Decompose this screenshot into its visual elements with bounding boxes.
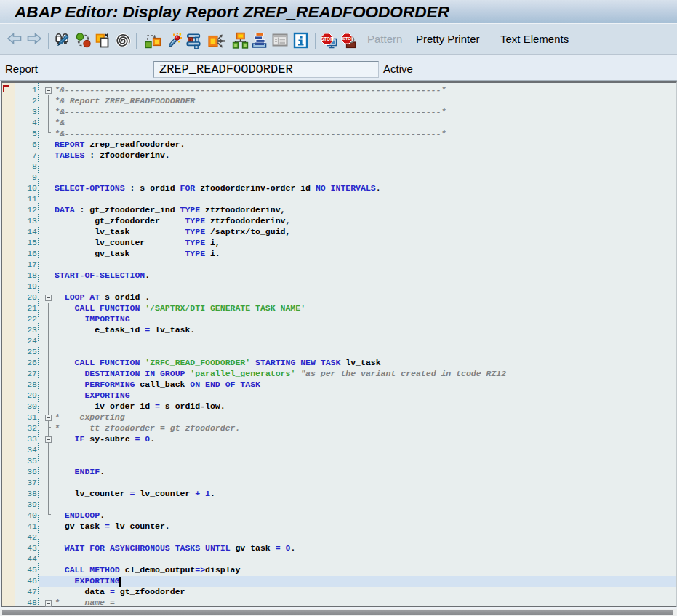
svg-text:STOP: STOP [321, 36, 334, 41]
svg-text:STO: STO [342, 36, 352, 41]
